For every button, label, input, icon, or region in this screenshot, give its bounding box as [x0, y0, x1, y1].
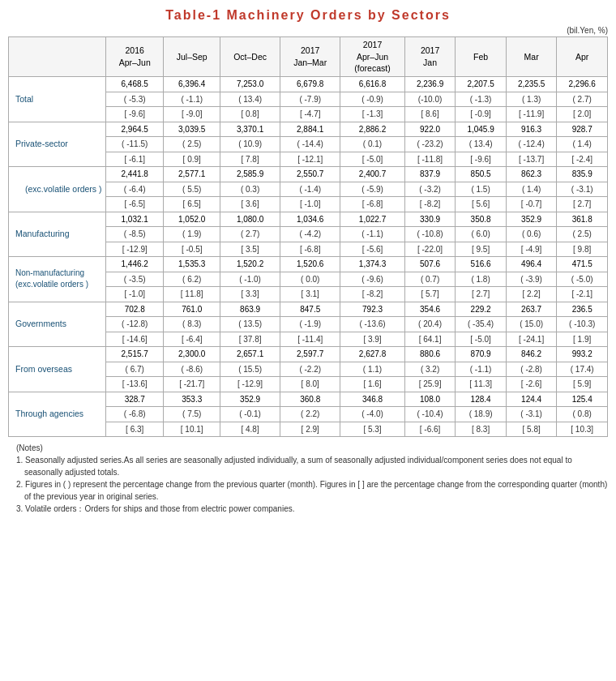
col-header-oct: Oct–Dec [220, 37, 280, 77]
notes-header: (Notes) [16, 442, 608, 454]
col-header-feb: Feb [456, 37, 507, 77]
label-agencies: Through agencies [9, 392, 106, 437]
col-header-2017jan: 2017Jan–Mar [280, 37, 340, 77]
page-title: Table-1 Machinery Orders by Sectors [8, 8, 608, 23]
notes-section: (Notes) 1. Seasonally adjusted series.As… [8, 442, 608, 515]
col-header-mar: Mar [506, 37, 557, 77]
col-header-jul: Jul–Sep [164, 37, 220, 77]
note-1: 1. Seasonally adjusted series.As all ser… [16, 454, 608, 478]
note-2: 2. Figures in ( ) represent the percenta… [16, 478, 608, 503]
label-overseas: From overseas [9, 347, 106, 392]
label-manufacturing: Manufacturing [9, 212, 106, 257]
label-non-manufacturing: Non-manufacturing(exc.volatile orders ) [9, 257, 106, 302]
col-header-label [9, 37, 106, 77]
total-v1: 6,468.5 [106, 77, 164, 92]
unit-label: (bil.Yen, %) [8, 26, 608, 35]
label-private: Private-sector [9, 122, 106, 167]
label-governments: Governments [9, 302, 106, 347]
table-row-total: Total 6,468.5 6,396.4 7,253.0 6,679.8 6,… [9, 77, 608, 92]
col-header-apr-forecast: 2017Apr–Jun(forecast) [340, 37, 405, 77]
col-header-jan: 2017Jan [404, 37, 456, 77]
label-exc-volatile: (exc.volatile orders ) [9, 167, 106, 212]
main-table: 2016Apr–Jun Jul–Sep Oct–Dec 2017Jan–Mar … [8, 36, 608, 437]
col-header-apr: Apr [557, 37, 608, 77]
table-row-private: Private-sector 2,964.5 3,039.5 3,370.1 2… [9, 122, 608, 137]
label-total: Total [9, 77, 106, 122]
col-header-2016apr: 2016Apr–Jun [106, 37, 164, 77]
note-3: 3. Volatile orders：Orders for ships and … [16, 503, 608, 515]
